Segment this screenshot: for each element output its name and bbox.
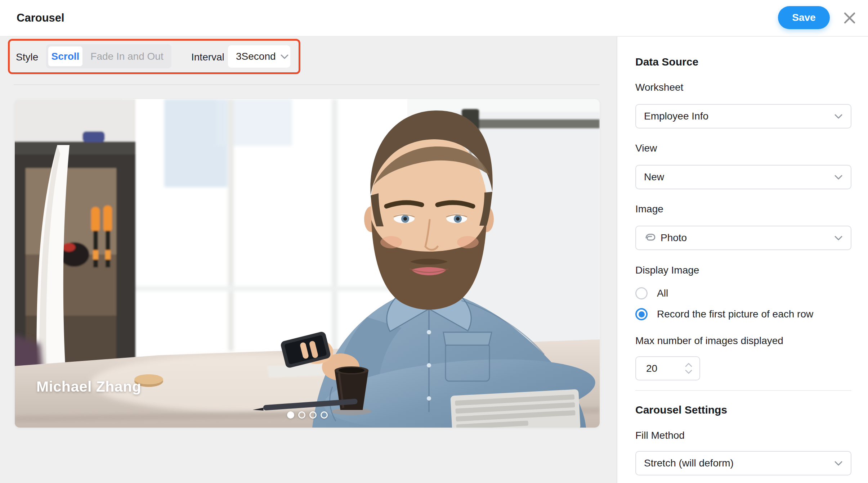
settings-panel: Data Source Worksheet Employee Info View…	[617, 37, 868, 483]
dialog-header: Carousel Save	[0, 0, 868, 37]
number-stepper[interactable]	[685, 363, 692, 374]
fill-method-select[interactable]: Stretch (will deform)	[635, 451, 851, 475]
fill-method-value: Stretch (will deform)	[644, 457, 830, 469]
pagination-dot-2[interactable]	[298, 411, 305, 419]
fill-method-label: Fill Method	[635, 430, 851, 441]
view-value: New	[644, 171, 830, 183]
chevron-down-icon[interactable]	[685, 370, 692, 374]
chevron-down-icon	[834, 114, 843, 119]
toolbar-divider	[14, 84, 600, 85]
interval-label: Interval	[191, 51, 224, 63]
max-images-label: Max number of images displayed	[635, 335, 851, 347]
data-source-heading: Data Source	[635, 56, 851, 68]
radio-label: Record the first picture of each row	[657, 308, 813, 320]
pagination-dot-4[interactable]	[321, 411, 328, 419]
worksheet-label: Worksheet	[635, 82, 851, 93]
style-option-scroll[interactable]: Scroll	[48, 46, 82, 66]
display-image-label: Display Image	[635, 265, 851, 276]
carousel-caption: Michael Zhang	[36, 378, 141, 395]
pagination-dot-1[interactable]	[287, 411, 294, 419]
image-label: Image	[635, 203, 851, 215]
style-segmented-control: Scroll Fade In and Out	[46, 44, 171, 68]
pagination-dot-3[interactable]	[309, 411, 317, 419]
radio-label: All	[657, 288, 668, 299]
radio-option-all[interactable]: All	[635, 287, 851, 299]
close-button[interactable]	[841, 10, 858, 26]
worksheet-value: Employee Info	[644, 110, 830, 122]
worksheet-select[interactable]: Employee Info	[635, 104, 851, 128]
preview-pane: Style Scroll Fade In and Out Interval 3S…	[0, 37, 617, 483]
paperclip-icon	[644, 232, 656, 244]
radio-circle-unselected[interactable]	[635, 287, 648, 299]
max-images-input[interactable]: 20	[635, 356, 700, 380]
section-divider	[635, 390, 851, 391]
style-label: Style	[16, 51, 38, 63]
carousel-preview: Michael Zhang	[15, 99, 600, 428]
page-title: Carousel	[17, 0, 64, 36]
interval-select[interactable]: 3Second	[228, 45, 290, 68]
view-select[interactable]: New	[635, 165, 851, 189]
save-button[interactable]: Save	[778, 6, 830, 29]
image-select[interactable]: Photo	[635, 226, 851, 250]
interval-value: 3Second	[236, 51, 276, 62]
carousel-pagination	[15, 411, 600, 419]
max-images-value: 20	[646, 363, 685, 374]
style-option-fade[interactable]: Fade In and Out	[82, 51, 171, 62]
chevron-down-icon	[834, 235, 843, 241]
radio-option-first-picture[interactable]: Record the first picture of each row	[635, 308, 851, 320]
carousel-settings-heading: Carousel Settings	[635, 404, 851, 416]
chevron-down-icon	[280, 54, 289, 59]
view-label: View	[635, 143, 851, 154]
chevron-down-icon	[834, 461, 843, 466]
image-value: Photo	[661, 232, 830, 244]
close-icon	[842, 11, 857, 25]
radio-circle-selected[interactable]	[635, 308, 648, 320]
chevron-down-icon	[834, 175, 843, 180]
chevron-up-icon[interactable]	[685, 363, 692, 367]
